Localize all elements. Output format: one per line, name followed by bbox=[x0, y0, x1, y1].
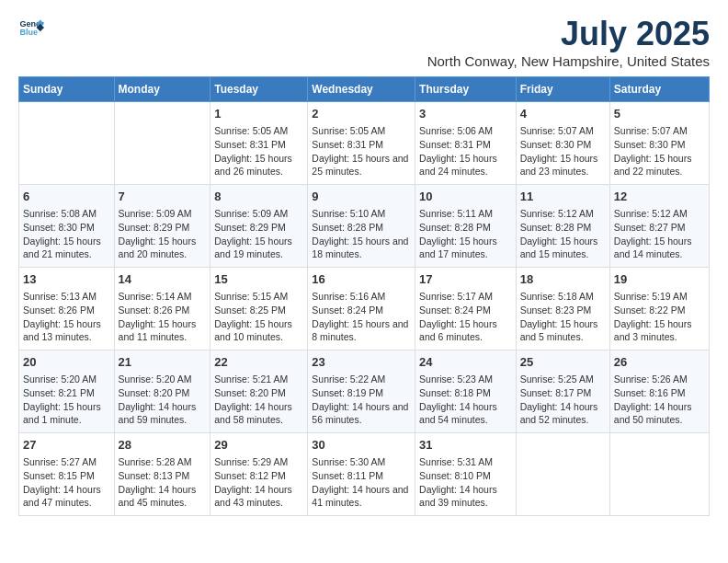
day-number: 20 bbox=[23, 354, 110, 371]
day-info: Sunrise: 5:20 AMSunset: 8:21 PMDaylight:… bbox=[23, 373, 110, 427]
logo-icon: General Blue bbox=[18, 15, 44, 40]
day-number: 10 bbox=[419, 189, 512, 205]
day-info: Sunrise: 5:07 AMSunset: 8:30 PMDaylight:… bbox=[520, 124, 606, 178]
calendar-cell: 5Sunrise: 5:07 AMSunset: 8:30 PMDaylight… bbox=[609, 102, 709, 185]
weekday-header-friday: Friday bbox=[516, 77, 609, 102]
calendar-cell: 27Sunrise: 5:27 AMSunset: 8:15 PMDayligh… bbox=[19, 433, 115, 516]
day-info: Sunrise: 5:29 AMSunset: 8:12 PMDaylight:… bbox=[214, 455, 303, 510]
day-info: Sunrise: 5:16 AMSunset: 8:24 PMDaylight:… bbox=[312, 290, 411, 344]
day-info: Sunrise: 5:05 AMSunset: 8:31 PMDaylight:… bbox=[312, 124, 411, 178]
weekday-header-row: SundayMondayTuesdayWednesdayThursdayFrid… bbox=[19, 77, 710, 102]
day-info: Sunrise: 5:09 AMSunset: 8:29 PMDaylight:… bbox=[119, 207, 207, 261]
weekday-header-wednesday: Wednesday bbox=[308, 77, 415, 102]
day-info: Sunrise: 5:13 AMSunset: 8:26 PMDaylight:… bbox=[23, 290, 110, 344]
day-info: Sunrise: 5:28 AMSunset: 8:13 PMDaylight:… bbox=[119, 455, 207, 510]
calendar-cell: 9Sunrise: 5:10 AMSunset: 8:28 PMDaylight… bbox=[308, 185, 415, 268]
day-number: 16 bbox=[312, 271, 411, 288]
day-info: Sunrise: 5:30 AMSunset: 8:11 PMDaylight:… bbox=[312, 455, 411, 510]
day-number: 8 bbox=[214, 189, 303, 205]
calendar-cell: 29Sunrise: 5:29 AMSunset: 8:12 PMDayligh… bbox=[210, 433, 308, 516]
day-number: 12 bbox=[614, 189, 705, 205]
day-number: 15 bbox=[214, 271, 303, 288]
day-number: 17 bbox=[419, 271, 512, 288]
day-number: 3 bbox=[419, 106, 512, 122]
day-info: Sunrise: 5:23 AMSunset: 8:18 PMDaylight:… bbox=[419, 373, 512, 427]
day-info: Sunrise: 5:05 AMSunset: 8:31 PMDaylight:… bbox=[214, 124, 303, 178]
calendar-table: SundayMondayTuesdayWednesdayThursdayFrid… bbox=[18, 76, 710, 516]
day-number: 9 bbox=[312, 189, 411, 205]
day-number: 5 bbox=[614, 106, 705, 122]
day-info: Sunrise: 5:06 AMSunset: 8:31 PMDaylight:… bbox=[419, 124, 512, 178]
day-number: 6 bbox=[23, 189, 110, 205]
calendar-cell: 11Sunrise: 5:12 AMSunset: 8:28 PMDayligh… bbox=[516, 185, 609, 268]
day-info: Sunrise: 5:14 AMSunset: 8:26 PMDaylight:… bbox=[119, 290, 207, 344]
calendar-week-row: 20Sunrise: 5:20 AMSunset: 8:21 PMDayligh… bbox=[19, 350, 710, 433]
day-info: Sunrise: 5:12 AMSunset: 8:28 PMDaylight:… bbox=[520, 207, 606, 261]
title-block: July 2025 North Conway, New Hampshire, U… bbox=[427, 15, 710, 69]
day-info: Sunrise: 5:17 AMSunset: 8:24 PMDaylight:… bbox=[419, 290, 512, 344]
calendar-cell: 23Sunrise: 5:22 AMSunset: 8:19 PMDayligh… bbox=[308, 350, 415, 433]
calendar-cell: 13Sunrise: 5:13 AMSunset: 8:26 PMDayligh… bbox=[19, 268, 115, 350]
month-title: July 2025 bbox=[427, 15, 710, 53]
calendar-cell: 30Sunrise: 5:30 AMSunset: 8:11 PMDayligh… bbox=[308, 433, 415, 516]
page-header: General Blue July 2025 North Conway, New… bbox=[18, 15, 710, 69]
calendar-cell: 10Sunrise: 5:11 AMSunset: 8:28 PMDayligh… bbox=[415, 185, 517, 268]
calendar-week-row: 13Sunrise: 5:13 AMSunset: 8:26 PMDayligh… bbox=[19, 268, 710, 350]
calendar-cell: 26Sunrise: 5:26 AMSunset: 8:16 PMDayligh… bbox=[609, 350, 709, 433]
day-number: 13 bbox=[23, 271, 110, 288]
logo: General Blue bbox=[18, 15, 44, 40]
calendar-cell bbox=[516, 433, 609, 516]
calendar-week-row: 6Sunrise: 5:08 AMSunset: 8:30 PMDaylight… bbox=[19, 185, 710, 268]
svg-text:Blue: Blue bbox=[19, 28, 38, 37]
day-number: 27 bbox=[23, 437, 110, 454]
day-info: Sunrise: 5:09 AMSunset: 8:29 PMDaylight:… bbox=[214, 207, 303, 261]
calendar-cell bbox=[609, 433, 709, 516]
day-number: 2 bbox=[312, 106, 411, 122]
calendar-cell: 31Sunrise: 5:31 AMSunset: 8:10 PMDayligh… bbox=[415, 433, 517, 516]
day-info: Sunrise: 5:12 AMSunset: 8:27 PMDaylight:… bbox=[614, 207, 705, 261]
weekday-header-saturday: Saturday bbox=[609, 77, 709, 102]
weekday-header-monday: Monday bbox=[114, 77, 210, 102]
calendar-cell: 20Sunrise: 5:20 AMSunset: 8:21 PMDayligh… bbox=[19, 350, 115, 433]
day-info: Sunrise: 5:26 AMSunset: 8:16 PMDaylight:… bbox=[614, 373, 705, 427]
day-number: 25 bbox=[520, 354, 606, 371]
day-info: Sunrise: 5:27 AMSunset: 8:15 PMDaylight:… bbox=[23, 455, 110, 510]
calendar-cell: 4Sunrise: 5:07 AMSunset: 8:30 PMDaylight… bbox=[516, 102, 609, 185]
calendar-cell: 24Sunrise: 5:23 AMSunset: 8:18 PMDayligh… bbox=[415, 350, 517, 433]
day-info: Sunrise: 5:21 AMSunset: 8:20 PMDaylight:… bbox=[214, 373, 303, 427]
day-number: 28 bbox=[119, 437, 207, 454]
calendar-cell: 1Sunrise: 5:05 AMSunset: 8:31 PMDaylight… bbox=[210, 102, 308, 185]
calendar-cell: 2Sunrise: 5:05 AMSunset: 8:31 PMDaylight… bbox=[308, 102, 415, 185]
day-number: 26 bbox=[614, 354, 705, 371]
day-number: 4 bbox=[520, 106, 606, 122]
day-info: Sunrise: 5:22 AMSunset: 8:19 PMDaylight:… bbox=[312, 373, 411, 427]
day-info: Sunrise: 5:18 AMSunset: 8:23 PMDaylight:… bbox=[520, 290, 606, 344]
weekday-header-thursday: Thursday bbox=[415, 77, 517, 102]
calendar-cell: 22Sunrise: 5:21 AMSunset: 8:20 PMDayligh… bbox=[210, 350, 308, 433]
day-info: Sunrise: 5:08 AMSunset: 8:30 PMDaylight:… bbox=[23, 207, 110, 261]
calendar-cell: 17Sunrise: 5:17 AMSunset: 8:24 PMDayligh… bbox=[415, 268, 517, 350]
day-number: 24 bbox=[419, 354, 512, 371]
day-number: 22 bbox=[214, 354, 303, 371]
day-info: Sunrise: 5:11 AMSunset: 8:28 PMDaylight:… bbox=[419, 207, 512, 261]
calendar-cell: 15Sunrise: 5:15 AMSunset: 8:25 PMDayligh… bbox=[210, 268, 308, 350]
day-info: Sunrise: 5:31 AMSunset: 8:10 PMDaylight:… bbox=[419, 455, 512, 510]
calendar-cell: 25Sunrise: 5:25 AMSunset: 8:17 PMDayligh… bbox=[516, 350, 609, 433]
calendar-cell: 12Sunrise: 5:12 AMSunset: 8:27 PMDayligh… bbox=[609, 185, 709, 268]
calendar-cell: 3Sunrise: 5:06 AMSunset: 8:31 PMDaylight… bbox=[415, 102, 517, 185]
day-info: Sunrise: 5:25 AMSunset: 8:17 PMDaylight:… bbox=[520, 373, 606, 427]
day-info: Sunrise: 5:15 AMSunset: 8:25 PMDaylight:… bbox=[214, 290, 303, 344]
calendar-cell: 7Sunrise: 5:09 AMSunset: 8:29 PMDaylight… bbox=[114, 185, 210, 268]
calendar-week-row: 27Sunrise: 5:27 AMSunset: 8:15 PMDayligh… bbox=[19, 433, 710, 516]
day-number: 18 bbox=[520, 271, 606, 288]
calendar-cell bbox=[19, 102, 115, 185]
day-number: 14 bbox=[119, 271, 207, 288]
calendar-cell: 28Sunrise: 5:28 AMSunset: 8:13 PMDayligh… bbox=[114, 433, 210, 516]
day-number: 7 bbox=[119, 189, 207, 205]
calendar-cell: 21Sunrise: 5:20 AMSunset: 8:20 PMDayligh… bbox=[114, 350, 210, 433]
day-info: Sunrise: 5:10 AMSunset: 8:28 PMDaylight:… bbox=[312, 207, 411, 261]
calendar-cell: 19Sunrise: 5:19 AMSunset: 8:22 PMDayligh… bbox=[609, 268, 709, 350]
weekday-header-sunday: Sunday bbox=[19, 77, 115, 102]
day-number: 19 bbox=[614, 271, 705, 288]
weekday-header-tuesday: Tuesday bbox=[210, 77, 308, 102]
